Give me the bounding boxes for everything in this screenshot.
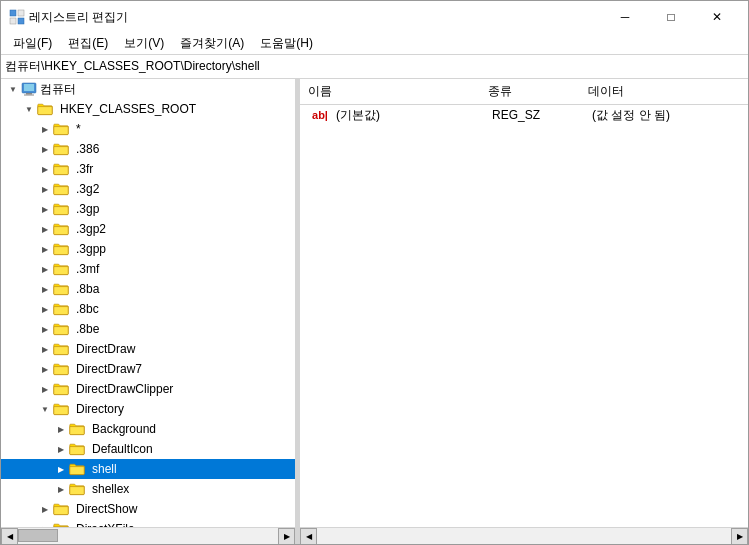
expand-icon-directshow[interactable]: ▶	[37, 499, 53, 519]
expand-icon-3gp2[interactable]: ▶	[37, 219, 53, 239]
reg-value-icon: ab|	[308, 109, 332, 121]
tree-label-directory: Directory	[76, 402, 124, 416]
tree-item-shellex[interactable]: ▶ shellex	[1, 479, 295, 499]
tree-item-3gp[interactable]: ▶ .3gp	[1, 199, 295, 219]
folder-icon-directory	[53, 401, 73, 417]
folder-icon-3fr	[53, 161, 73, 177]
folder-icon-hkey_classes_root	[37, 101, 57, 117]
reg-value-type: REG_SZ	[492, 108, 592, 122]
expand-icon-directdrawclipper[interactable]: ▶	[37, 379, 53, 399]
tree-label-8bc: .8bc	[76, 302, 99, 316]
tree-label-directdrawclipper: DirectDrawClipper	[76, 382, 173, 396]
expand-icon-3gp[interactable]: ▶	[37, 199, 53, 219]
folder-icon-3g2	[53, 181, 73, 197]
tree-label-directdraw: DirectDraw	[76, 342, 135, 356]
folder-icon-shell	[69, 461, 89, 477]
tree-item-shell[interactable]: ▶ shell	[1, 459, 295, 479]
tree-item-8ba[interactable]: ▶ .8ba	[1, 279, 295, 299]
main-content: ▼ 컴퓨터▼ HKEY_CLASSES_ROOT▶ *▶ .386▶ .3fr▶…	[1, 79, 748, 544]
menu-item-보기(V)[interactable]: 보기(V)	[116, 33, 172, 54]
menu-item-파일(F)[interactable]: 파일(F)	[5, 33, 60, 54]
expand-icon-background[interactable]: ▶	[53, 419, 69, 439]
menu-item-편집(E)[interactable]: 편집(E)	[60, 33, 116, 54]
tree-item-3g2[interactable]: ▶ .3g2	[1, 179, 295, 199]
folder-icon-defaulticon	[69, 441, 89, 457]
expand-icon-shellex[interactable]: ▶	[53, 479, 69, 499]
folder-icon-directdrawclipper	[53, 381, 73, 397]
expand-icon-shell[interactable]: ▶	[53, 459, 69, 479]
registry-row[interactable]: ab| (기본값) REG_SZ (값 설정 안 됨)	[300, 105, 748, 125]
expand-icon-3gpp[interactable]: ▶	[37, 239, 53, 259]
tree-item-3gp2[interactable]: ▶ .3gp2	[1, 219, 295, 239]
expand-icon-3fr[interactable]: ▶	[37, 159, 53, 179]
address-value: 컴퓨터\HKEY_CLASSES_ROOT\Directory\shell	[5, 58, 260, 75]
right-panel: 이름 종류 데이터 ab| (기본값) REG_SZ (값 설정 안 됨) ◀ …	[300, 79, 748, 544]
tree-item-directory[interactable]: ▼ Directory	[1, 399, 295, 419]
menu-item-도움말(H)[interactable]: 도움말(H)	[252, 33, 321, 54]
expand-icon-defaulticon[interactable]: ▶	[53, 439, 69, 459]
folder-icon-3gp	[53, 201, 73, 217]
registry-editor-window: 레지스트리 편집기 ─ □ ✕ 파일(F)편집(E)보기(V)즐겨찾기(A)도움…	[0, 0, 749, 545]
expand-icon-8be[interactable]: ▶	[37, 319, 53, 339]
tree-label-3g2: .3g2	[76, 182, 99, 196]
svg-rect-5	[24, 84, 34, 91]
right-hscroll-left[interactable]: ◀	[300, 528, 317, 545]
tree-item-background[interactable]: ▶ Background	[1, 419, 295, 439]
folder-icon-shellex	[69, 481, 89, 497]
expand-icon-8bc[interactable]: ▶	[37, 299, 53, 319]
tree-label-hkey_classes_root: HKEY_CLASSES_ROOT	[60, 102, 196, 116]
expand-icon-star[interactable]: ▶	[37, 119, 53, 139]
tree-hscroll-right[interactable]: ▶	[278, 528, 295, 545]
expand-icon-3mf[interactable]: ▶	[37, 259, 53, 279]
right-panel-header: 이름 종류 데이터	[300, 79, 748, 105]
expand-icon-8ba[interactable]: ▶	[37, 279, 53, 299]
tree-item-8bc[interactable]: ▶ .8bc	[1, 299, 295, 319]
tree-item-directshow[interactable]: ▶ DirectShow	[1, 499, 295, 519]
expand-icon-3g2[interactable]: ▶	[37, 179, 53, 199]
folder-icon-3gp2	[53, 221, 73, 237]
right-hscroll-right[interactable]: ▶	[731, 528, 748, 545]
tree-item-3gpp[interactable]: ▶ .3gpp	[1, 239, 295, 259]
tree-panel: ▼ 컴퓨터▼ HKEY_CLASSES_ROOT▶ *▶ .386▶ .3fr▶…	[1, 79, 296, 544]
tree-item-computer[interactable]: ▼ 컴퓨터	[1, 79, 295, 99]
computer-icon	[21, 81, 37, 97]
expand-icon-directxfile[interactable]: ▶	[37, 519, 53, 527]
folder-icon-386	[53, 141, 73, 157]
tree-label-8ba: .8ba	[76, 282, 99, 296]
right-content[interactable]: ab| (기본값) REG_SZ (값 설정 안 됨)	[300, 105, 748, 527]
tree-item-hkey_classes_root[interactable]: ▼ HKEY_CLASSES_ROOT	[1, 99, 295, 119]
menu-item-즐겨찾기(A)[interactable]: 즐겨찾기(A)	[172, 33, 252, 54]
expand-icon-386[interactable]: ▶	[37, 139, 53, 159]
minimize-button[interactable]: ─	[602, 1, 648, 33]
maximize-button[interactable]: □	[648, 1, 694, 33]
folder-icon-background	[69, 421, 89, 437]
tree-item-8be[interactable]: ▶ .8be	[1, 319, 295, 339]
tree-label-3gpp: .3gpp	[76, 242, 106, 256]
tree-label-directshow: DirectShow	[76, 502, 137, 516]
expand-icon-directdraw7[interactable]: ▶	[37, 359, 53, 379]
tree-content[interactable]: ▼ 컴퓨터▼ HKEY_CLASSES_ROOT▶ *▶ .386▶ .3fr▶…	[1, 79, 295, 527]
tree-label-background: Background	[92, 422, 156, 436]
app-icon	[9, 9, 25, 25]
expand-icon-computer[interactable]: ▼	[5, 79, 21, 99]
tree-label-shell: shell	[92, 462, 117, 476]
folder-icon-3gpp	[53, 241, 73, 257]
tree-item-directdraw7[interactable]: ▶ DirectDraw7	[1, 359, 295, 379]
svg-rect-3	[18, 18, 24, 24]
tree-item-directxfile[interactable]: ▶ DirectXFile	[1, 519, 295, 527]
tree-item-directdrawclipper[interactable]: ▶ DirectDrawClipper	[1, 379, 295, 399]
tree-item-386[interactable]: ▶ .386	[1, 139, 295, 159]
tree-item-3mf[interactable]: ▶ .3mf	[1, 259, 295, 279]
tree-hscroll-left[interactable]: ◀	[1, 528, 18, 545]
tree-item-star[interactable]: ▶ *	[1, 119, 295, 139]
expand-icon-directdraw[interactable]: ▶	[37, 339, 53, 359]
tree-label-directdraw7: DirectDraw7	[76, 362, 142, 376]
close-button[interactable]: ✕	[694, 1, 740, 33]
expand-icon-hkey_classes_root[interactable]: ▼	[21, 99, 37, 119]
tree-item-defaulticon[interactable]: ▶ DefaultIcon	[1, 439, 295, 459]
tree-item-3fr[interactable]: ▶ .3fr	[1, 159, 295, 179]
right-hscroll[interactable]: ◀ ▶	[300, 527, 748, 544]
tree-item-directdraw[interactable]: ▶ DirectDraw	[1, 339, 295, 359]
tree-hscroll[interactable]: ◀ ▶	[1, 527, 295, 544]
expand-icon-directory[interactable]: ▼	[37, 399, 53, 419]
